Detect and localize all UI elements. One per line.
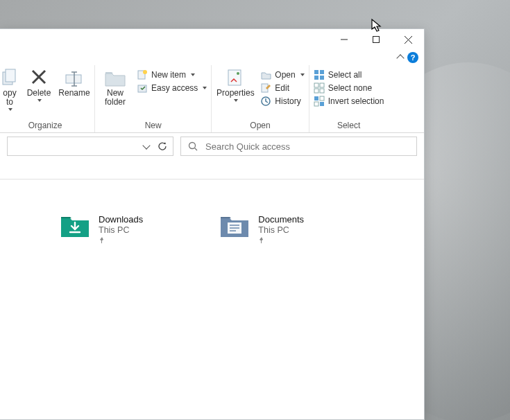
svg-rect-27 <box>314 96 318 100</box>
select-all-label: Select all <box>328 70 362 80</box>
select-all-icon <box>314 69 325 80</box>
new-item-icon <box>137 69 148 80</box>
easy-access-label: Easy access <box>151 83 198 93</box>
edit-icon <box>260 82 271 94</box>
easy-access-icon <box>137 82 148 94</box>
documents-folder-icon <box>219 214 248 238</box>
new-item-label: New item <box>151 70 186 80</box>
svg-rect-5 <box>6 69 15 82</box>
history-button[interactable]: History <box>260 96 304 107</box>
properties-button[interactable]: Properties <box>216 68 255 102</box>
titlebar <box>0 29 424 50</box>
svg-rect-26 <box>320 89 324 93</box>
rename-label: Rename <box>58 89 90 98</box>
svg-rect-22 <box>320 76 324 80</box>
quickaccess-item-documents[interactable]: Documents This PC <box>219 214 304 246</box>
ribbon-group-organize: opy to Delete Rename Organize <box>0 65 95 132</box>
search-icon <box>188 141 198 152</box>
svg-point-13 <box>143 70 147 74</box>
rename-icon <box>65 68 84 87</box>
address-bar[interactable] <box>7 137 173 156</box>
ribbon-group-open: Properties Open Edi <box>212 65 309 132</box>
open-group-label: Open <box>216 119 304 132</box>
delete-button[interactable]: Delete <box>25 68 53 102</box>
new-group-label: New <box>99 119 207 132</box>
svg-rect-15 <box>228 70 241 85</box>
svg-line-32 <box>195 148 198 150</box>
svg-rect-19 <box>314 70 318 74</box>
content-pane: Downloads This PC Documents This PC <box>0 180 424 246</box>
close-button[interactable] <box>392 29 424 50</box>
item-location: This PC <box>258 225 304 235</box>
copy-to-icon <box>1 68 18 87</box>
new-item-button[interactable]: New item <box>137 69 207 80</box>
copy-to-label: opy to <box>0 89 19 107</box>
svg-rect-29 <box>314 102 318 106</box>
select-none-button[interactable]: Select none <box>314 82 384 94</box>
help-icon[interactable]: ? <box>407 52 418 63</box>
svg-rect-30 <box>320 102 324 106</box>
collapse-ribbon-icon[interactable] <box>396 54 404 62</box>
select-group-label: Select <box>314 119 384 132</box>
svg-point-31 <box>189 142 196 148</box>
ribbon: opy to Delete Rename Organize <box>0 65 424 133</box>
svg-rect-8 <box>66 75 81 83</box>
svg-rect-20 <box>320 70 324 74</box>
quickaccess-item-downloads[interactable]: Downloads This PC <box>60 214 143 246</box>
item-location: This PC <box>99 225 143 235</box>
edit-button[interactable]: Edit <box>260 82 304 94</box>
maximize-button[interactable] <box>360 29 392 50</box>
easy-access-button[interactable]: Easy access <box>137 82 207 94</box>
select-none-label: Select none <box>328 83 372 93</box>
invert-selection-icon <box>314 96 325 107</box>
open-label: Open <box>275 70 295 80</box>
rename-button[interactable]: Rename <box>58 68 90 98</box>
organize-group-label: Organize <box>0 119 90 132</box>
select-none-icon <box>314 82 325 94</box>
open-icon <box>260 69 271 80</box>
svg-rect-23 <box>314 83 318 87</box>
new-folder-button[interactable]: New folder <box>99 68 131 107</box>
new-folder-label: New folder <box>99 89 131 107</box>
pin-icon <box>99 236 143 246</box>
svg-rect-21 <box>314 76 318 80</box>
minimize-button[interactable] <box>328 29 360 50</box>
properties-icon <box>226 68 245 87</box>
svg-rect-25 <box>314 89 318 93</box>
history-icon <box>260 96 271 107</box>
search-input[interactable] <box>205 141 409 152</box>
new-folder-icon <box>104 68 126 87</box>
svg-rect-28 <box>320 96 324 100</box>
properties-label: Properties <box>216 89 255 98</box>
copy-to-button[interactable]: opy to <box>0 68 19 111</box>
address-dropdown-icon[interactable] <box>142 141 150 149</box>
delete-label: Delete <box>27 89 51 98</box>
pin-icon <box>258 236 304 246</box>
item-name: Documents <box>258 214 304 225</box>
open-button[interactable]: Open <box>260 69 304 80</box>
svg-rect-24 <box>320 83 324 87</box>
item-name: Downloads <box>99 214 143 225</box>
select-all-button[interactable]: Select all <box>314 69 384 80</box>
ribbon-group-new: New folder New item Easy acces <box>95 65 212 132</box>
invert-selection-button[interactable]: Invert selection <box>314 96 384 107</box>
downloads-folder-icon <box>60 214 89 238</box>
navigation-bar <box>0 133 424 159</box>
invert-selection-label: Invert selection <box>328 96 384 106</box>
refresh-icon[interactable] <box>158 141 167 151</box>
edit-label: Edit <box>275 83 289 93</box>
ribbon-group-select: Select all Select none Invert selection <box>309 65 389 132</box>
history-label: History <box>275 96 300 106</box>
svg-rect-1 <box>373 37 380 43</box>
ribbon-subbar: ? <box>0 50 424 65</box>
search-box[interactable] <box>180 137 417 156</box>
delete-icon <box>30 68 48 87</box>
svg-point-16 <box>237 72 239 75</box>
file-explorer-window: ? opy to Delete <box>0 28 425 420</box>
